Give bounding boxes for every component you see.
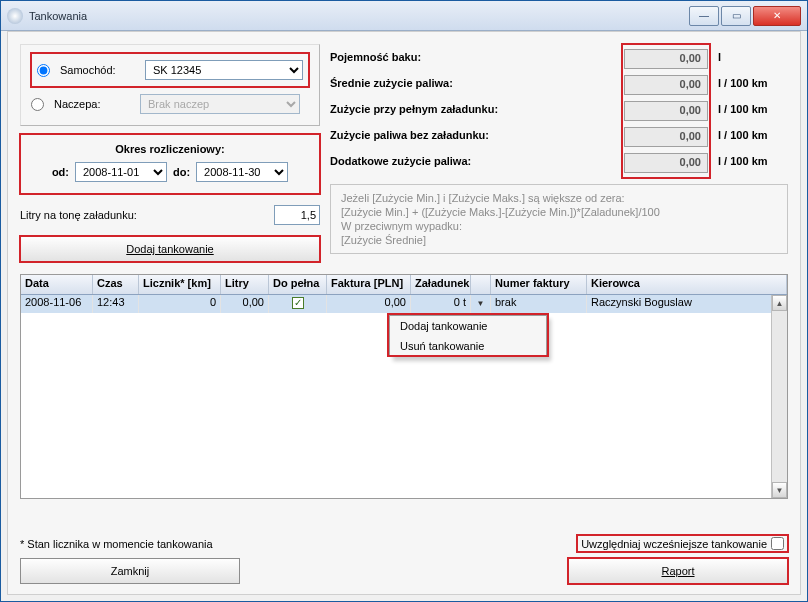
context-menu: Dodaj tankowanie Usuń tankowanie (389, 315, 547, 357)
close-button[interactable]: Zamknij (20, 558, 240, 584)
period-title: Okres rozliczeniowy: (31, 143, 309, 155)
stat-avg-label: Średnie zużycie paliwa: (330, 77, 614, 89)
context-delete[interactable]: Usuń tankowanie (390, 336, 546, 356)
trailer-select: Brak naczep (140, 94, 300, 114)
stat-tank-unit: l (718, 51, 788, 63)
from-label: od: (52, 166, 69, 178)
to-label: do: (173, 166, 190, 178)
trailer-radio-label: Naczepa: (54, 98, 134, 110)
col-invoice-no[interactable]: Numer faktury (491, 275, 587, 294)
stat-tank-value: 0,00 (624, 49, 708, 69)
from-date[interactable]: 2008-11-01 (75, 162, 167, 182)
include-previous-checkbox-wrap: Uwzględniaj wcześniejsze tankowanie (577, 535, 788, 552)
stat-empty-label: Zużycie paliwa bez załadunku: (330, 129, 614, 141)
car-select[interactable]: SK 12345 (145, 60, 303, 80)
col-date[interactable]: Data (21, 275, 93, 294)
stat-empty-value: 0,00 (624, 127, 708, 147)
odometer-footnote: * Stan licznika w momencie tankowania (20, 538, 577, 550)
minimize-button[interactable]: — (689, 6, 719, 26)
app-window: Tankowania — ▭ ✕ Samochód: SK 12345 (0, 0, 808, 602)
stat-extra-unit: l / 100 km (718, 155, 788, 167)
stat-extra-value: 0,00 (624, 153, 708, 173)
full-checkbox-icon[interactable]: ✓ (292, 297, 304, 309)
scroll-up-icon[interactable]: ▲ (772, 295, 787, 311)
col-full[interactable]: Do pełna (269, 275, 327, 294)
stat-avg-value: 0,00 (624, 75, 708, 95)
close-window-button[interactable]: ✕ (753, 6, 801, 26)
refuel-grid[interactable]: Data Czas Licznik* [km] Litry Do pełna F… (20, 274, 788, 499)
stat-extra-label: Dodatkowe zużycie paliwa: (330, 155, 614, 167)
liters-per-ton-label: Litry na tonę załadunku: (20, 209, 268, 221)
stat-full-value: 0,00 (624, 101, 708, 121)
maximize-button[interactable]: ▭ (721, 6, 751, 26)
car-radio[interactable] (37, 64, 50, 77)
grid-scrollbar[interactable]: ▲ ▼ (771, 295, 787, 498)
stat-full-unit: l / 100 km (718, 103, 788, 115)
include-previous-checkbox[interactable] (771, 537, 784, 550)
liters-per-ton-input[interactable] (274, 205, 320, 225)
table-row[interactable]: 2008-11-06 12:43 0 0,00 ✓ 0,00 0 t ▼ bra… (21, 295, 787, 313)
col-invoice-pln[interactable]: Faktura [PLN] (327, 275, 411, 294)
report-button[interactable]: Raport (568, 558, 788, 584)
stat-avg-unit: l / 100 km (718, 77, 788, 89)
app-icon (7, 8, 23, 24)
context-add[interactable]: Dodaj tankowanie (390, 316, 546, 336)
stat-full-label: Zużycie przy pełnym załadunku: (330, 103, 614, 115)
trailer-radio[interactable] (31, 98, 44, 111)
stat-empty-unit: l / 100 km (718, 129, 788, 141)
col-liters[interactable]: Litry (221, 275, 269, 294)
dropdown-icon[interactable]: ▼ (477, 299, 485, 308)
col-load[interactable]: Załadunek (411, 275, 471, 294)
col-time[interactable]: Czas (93, 275, 139, 294)
client-area: Samochód: SK 12345 Naczepa: Brak naczep … (7, 31, 801, 595)
include-previous-label: Uwzględniaj wcześniejsze tankowanie (581, 538, 767, 550)
window-title: Tankowania (29, 10, 689, 22)
add-refuel-button[interactable]: Dodaj tankowanie (20, 236, 320, 262)
to-date[interactable]: 2008-11-30 (196, 162, 288, 182)
scroll-down-icon[interactable]: ▼ (772, 482, 787, 498)
car-radio-label: Samochód: (60, 64, 139, 76)
col-odo[interactable]: Licznik* [km] (139, 275, 221, 294)
stat-tank-label: Pojemność baku: (330, 51, 614, 63)
col-driver[interactable]: Kierowca (587, 275, 787, 294)
titlebar: Tankowania — ▭ ✕ (1, 1, 807, 31)
formula-box: Jeżeli [Zużycie Min.] i [Zużycie Maks.] … (330, 184, 788, 254)
col-dd[interactable] (471, 275, 491, 294)
